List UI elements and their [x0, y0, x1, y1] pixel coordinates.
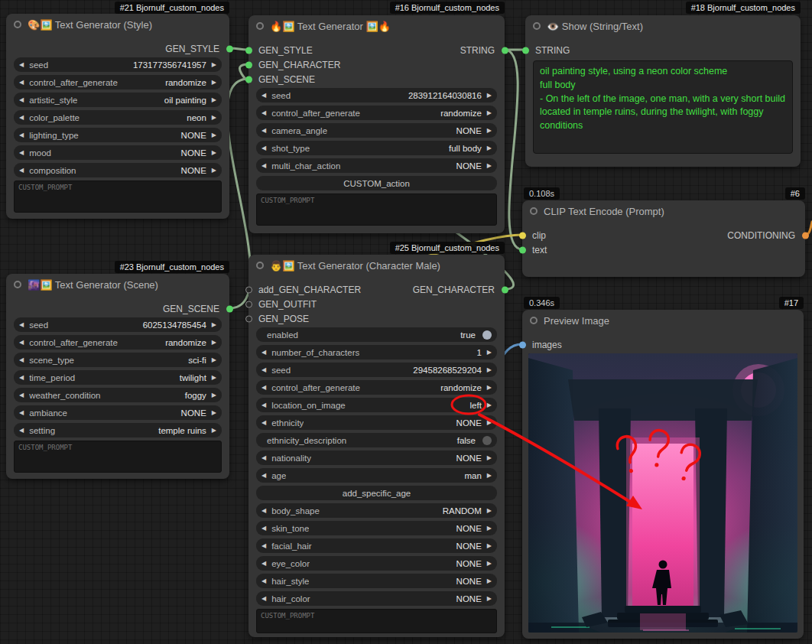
input-port-gen-character[interactable]	[245, 61, 252, 68]
decrement-arrow-icon[interactable]: ◀	[19, 132, 24, 138]
widget-hair_style[interactable]: ◀ hair_style NONE ▶	[256, 574, 497, 588]
node-show-text[interactable]: 👁️ Show (String/Text) STRING oil paintin…	[525, 15, 801, 167]
output-port-conditioning[interactable]	[802, 232, 809, 239]
input-port-string[interactable]	[522, 47, 529, 54]
decrement-arrow-icon[interactable]: ◀	[19, 62, 24, 68]
increment-arrow-icon[interactable]: ▶	[487, 163, 492, 169]
decrement-arrow-icon[interactable]: ◀	[19, 115, 24, 121]
widget-control_after_generate[interactable]: ◀ control_after_generate randomize ▶	[14, 75, 222, 89]
widget-location_on_image[interactable]: ◀ location_on_image left ▶	[256, 398, 497, 412]
decrement-arrow-icon[interactable]: ◀	[19, 97, 24, 103]
increment-arrow-icon[interactable]: ▶	[487, 420, 492, 426]
increment-arrow-icon[interactable]: ▶	[487, 525, 492, 532]
decrement-arrow-icon[interactable]: ◀	[261, 110, 266, 116]
decrement-arrow-icon[interactable]: ◀	[261, 455, 266, 461]
decrement-arrow-icon[interactable]: ◀	[261, 543, 266, 549]
widget-CUSTOM_action[interactable]: ◀ CUSTOM_action ▶	[256, 176, 497, 190]
collapse-dot-icon[interactable]	[256, 22, 264, 30]
increment-arrow-icon[interactable]: ▶	[212, 62, 216, 68]
widget-seed[interactable]: ◀ seed 29458268529204 ▶	[256, 363, 497, 377]
increment-arrow-icon[interactable]: ▶	[212, 428, 216, 434]
input-port-gen-outfit[interactable]	[245, 301, 252, 307]
widget-add_specific_age[interactable]: ◀ add_specific_age ▶	[256, 486, 497, 500]
increment-arrow-icon[interactable]: ▶	[487, 385, 492, 391]
increment-arrow-icon[interactable]: ▶	[212, 150, 216, 156]
widget-control_after_generate[interactable]: ◀ control_after_generate randomize ▶	[14, 335, 222, 350]
collapse-dot-icon[interactable]	[530, 317, 538, 324]
node-clip-text-encode[interactable]: CLIP Text Encode (Prompt) clip CONDITION…	[522, 200, 805, 277]
decrement-arrow-icon[interactable]: ◀	[19, 340, 24, 346]
collapse-dot-icon[interactable]	[14, 281, 21, 288]
output-port-string[interactable]	[502, 47, 508, 54]
collapse-dot-icon[interactable]	[14, 21, 21, 28]
generated-text-display[interactable]: oil painting style, using a neon color s…	[533, 60, 793, 154]
input-port-clip[interactable]	[519, 232, 526, 239]
output-port-gen-style[interactable]	[226, 45, 233, 52]
decrement-arrow-icon[interactable]: ◀	[19, 375, 24, 381]
decrement-arrow-icon[interactable]: ◀	[19, 410, 24, 416]
node-preview-image[interactable]: Preview Image images	[522, 310, 804, 639]
widget-lighting_type[interactable]: ◀ lighting_type NONE ▶	[14, 128, 222, 142]
decrement-arrow-icon[interactable]: ◀	[261, 473, 266, 479]
widget-eye_color[interactable]: ◀ eye_color NONE ▶	[256, 556, 497, 571]
widget-number_of_characters[interactable]: ◀ number_of_characters 1 ▶	[256, 345, 497, 359]
increment-arrow-icon[interactable]: ▶	[487, 596, 492, 602]
widget-control_after_generate[interactable]: ◀ control_after_generate randomize ▶	[256, 380, 497, 395]
increment-arrow-icon[interactable]: ▶	[487, 543, 492, 549]
increment-arrow-icon[interactable]: ▶	[487, 402, 492, 408]
decrement-arrow-icon[interactable]: ◀	[19, 322, 24, 328]
increment-arrow-icon[interactable]: ▶	[212, 115, 216, 121]
widget-seed[interactable]: ◀ seed 283912164030816 ▶	[256, 88, 497, 102]
node-text-generator-character-male[interactable]: 👨🖼️ Text Generator (Character Male) add_…	[248, 255, 505, 637]
increment-arrow-icon[interactable]: ▶	[212, 132, 216, 138]
widget-weather_condition[interactable]: ◀ weather_condition foggy ▶	[14, 388, 222, 402]
toggle-knob[interactable]	[482, 330, 492, 340]
output-port-gen-scene[interactable]	[226, 305, 233, 312]
decrement-arrow-icon[interactable]: ◀	[261, 145, 266, 151]
increment-arrow-icon[interactable]: ▶	[487, 561, 492, 567]
input-port-add-gen-character[interactable]	[245, 286, 252, 293]
node-text-generator-style[interactable]: 🎨🖼️ Text Generator (Style) GEN_STYLE ◀ s…	[6, 14, 229, 219]
widget-color_palette[interactable]: ◀ color_palette neon ▶	[14, 110, 222, 125]
decrement-arrow-icon[interactable]: ◀	[261, 367, 266, 373]
widget-camera_angle[interactable]: ◀ camera_angle NONE ▶	[256, 123, 497, 138]
output-port-gen-character[interactable]	[502, 286, 508, 293]
input-port-gen-pose[interactable]	[245, 315, 252, 322]
input-port-gen-scene[interactable]	[245, 76, 252, 83]
node-title-bar[interactable]: CLIP Text Encode (Prompt)	[522, 200, 805, 222]
decrement-arrow-icon[interactable]: ◀	[19, 150, 24, 156]
collapse-dot-icon[interactable]	[256, 262, 264, 269]
node-title-bar[interactable]: 🔥🖼️ Text Generator 🖼️🔥	[248, 15, 505, 37]
custom-prompt-textarea[interactable]: CUSTOM_PROMPT	[256, 194, 497, 226]
increment-arrow-icon[interactable]: ▶	[212, 392, 216, 398]
increment-arrow-icon[interactable]: ▶	[487, 455, 492, 461]
collapse-dot-icon[interactable]	[530, 207, 538, 215]
widget-ethnicity[interactable]: ◀ ethnicity NONE ▶	[256, 415, 497, 430]
widget-time_period[interactable]: ◀ time_period twilight ▶	[14, 370, 222, 385]
node-title-bar[interactable]: 👁️ Show (String/Text)	[525, 15, 801, 37]
widget-ethnicity_description[interactable]: ◀ ethnicity_description false ▶	[256, 433, 497, 447]
decrement-arrow-icon[interactable]: ◀	[261, 402, 266, 408]
decrement-arrow-icon[interactable]: ◀	[19, 392, 24, 398]
node-graph-canvas[interactable]: #21 Bjornulf_custom_nodes #16 Bjornulf_c…	[0, 0, 812, 644]
widget-facial_hair[interactable]: ◀ facial_hair NONE ▶	[256, 538, 497, 553]
increment-arrow-icon[interactable]: ▶	[212, 340, 216, 346]
node-title-bar[interactable]: 🌆🖼️ Text Generator (Scene)	[6, 274, 229, 295]
decrement-arrow-icon[interactable]: ◀	[261, 128, 266, 134]
widget-seed[interactable]: ◀ seed 173177356741957 ▶	[14, 57, 222, 72]
decrement-arrow-icon[interactable]: ◀	[261, 420, 266, 426]
decrement-arrow-icon[interactable]: ◀	[19, 168, 24, 174]
custom-prompt-textarea[interactable]: CUSTOM_PROMPT	[14, 441, 222, 473]
widget-shot_type[interactable]: ◀ shot_type full body ▶	[256, 141, 497, 155]
increment-arrow-icon[interactable]: ▶	[487, 350, 492, 356]
node-text-generator[interactable]: 🔥🖼️ Text Generator 🖼️🔥 GEN_STYLE STRING …	[248, 15, 505, 233]
decrement-arrow-icon[interactable]: ◀	[261, 508, 266, 514]
widget-control_after_generate[interactable]: ◀ control_after_generate randomize ▶	[256, 106, 497, 120]
input-port-images[interactable]	[519, 341, 526, 348]
increment-arrow-icon[interactable]: ▶	[487, 367, 492, 373]
increment-arrow-icon[interactable]: ▶	[487, 110, 492, 116]
input-port-text[interactable]	[519, 246, 526, 253]
widget-nationality[interactable]: ◀ nationality NONE ▶	[256, 450, 497, 465]
increment-arrow-icon[interactable]: ▶	[487, 508, 492, 514]
widget-composition[interactable]: ◀ composition NONE ▶	[14, 163, 222, 177]
